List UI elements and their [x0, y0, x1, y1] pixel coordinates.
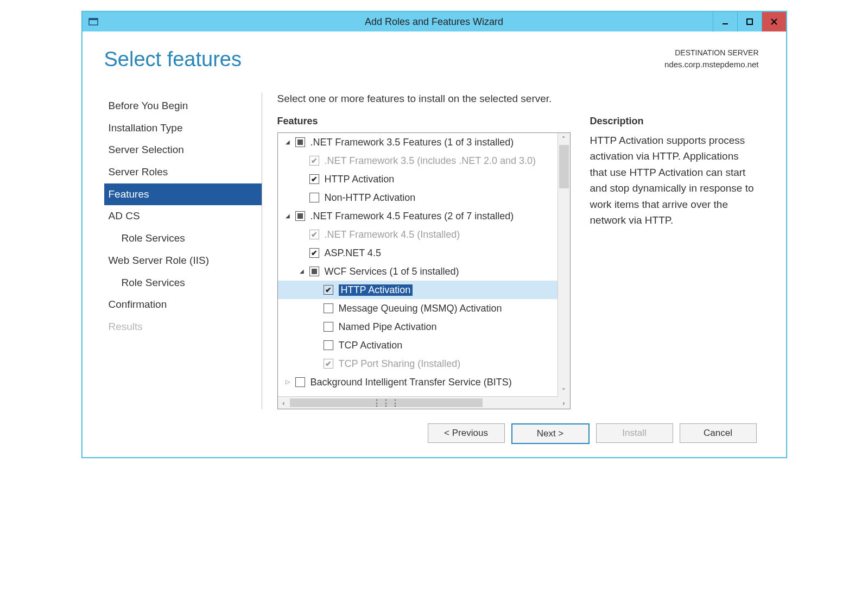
feature-checkbox: [324, 359, 333, 369]
feature-label[interactable]: Non-HTTP Activation: [325, 192, 416, 204]
feature-checkbox[interactable]: [295, 377, 305, 387]
vscroll-track[interactable]: [558, 145, 570, 385]
sidebar-item-confirmation[interactable]: Confirmation: [104, 294, 262, 316]
sidebar-item-server-selection[interactable]: Server Selection: [104, 139, 262, 161]
feature-label[interactable]: .NET Framework 3.5 Features (1 of 3 inst…: [311, 137, 514, 148]
titlebar: Add Roles and Features Wizard: [83, 12, 786, 31]
minimize-button[interactable]: [713, 12, 737, 31]
previous-button[interactable]: < Previous: [428, 423, 505, 443]
feature-checkbox[interactable]: [295, 211, 305, 221]
content: Select features DESTINATION SERVER ndes.…: [83, 31, 786, 457]
scroll-right-icon[interactable]: ›: [558, 397, 570, 409]
expander-icon[interactable]: [297, 267, 306, 275]
next-button[interactable]: Next >: [511, 423, 590, 444]
hscroll-thumb[interactable]: ⋮⋮⋮: [290, 398, 483, 407]
feature-row[interactable]: .NET Framework 3.5 (includes .NET 2.0 an…: [278, 151, 570, 170]
feature-label[interactable]: ASP.NET 4.5: [325, 248, 381, 259]
feature-label[interactable]: Named Pipe Activation: [339, 321, 437, 333]
feature-checkbox[interactable]: [324, 340, 333, 350]
columns: Features .NET Framework 3.5 Features (1 …: [277, 116, 759, 409]
description-text: HTTP Activation supports process activat…: [590, 132, 759, 229]
sidebar-item-role-services[interactable]: Role Services: [104, 227, 262, 250]
scroll-down-icon[interactable]: ˅: [558, 385, 570, 397]
destination-server-name: ndes.corp.mstepdemo.net: [664, 59, 758, 70]
feature-checkbox[interactable]: [324, 322, 333, 332]
feature-row[interactable]: ASP.NET 4.5: [278, 244, 570, 262]
sidebar-item-web-server-role-iis-[interactable]: Web Server Role (IIS): [104, 250, 262, 272]
feature-row[interactable]: HTTP Activation: [278, 170, 570, 188]
feature-row[interactable]: WCF Services (1 of 5 installed): [278, 262, 570, 281]
intro-text: Select one or more features to install o…: [277, 93, 759, 105]
feature-label[interactable]: .NET Framework 4.5 Features (2 of 7 inst…: [311, 211, 514, 222]
expander-icon[interactable]: [283, 138, 292, 145]
feature-row[interactable]: .NET Framework 3.5 Features (1 of 3 inst…: [278, 133, 570, 151]
body: Before You BeginInstallation TypeServer …: [104, 93, 759, 409]
feature-checkbox: [309, 230, 319, 239]
scroll-up-icon[interactable]: ˄: [558, 133, 570, 145]
expander-icon[interactable]: [283, 378, 292, 385]
feature-row[interactable]: .NET Framework 4.5 (Installed): [278, 225, 570, 244]
feature-label[interactable]: .NET Framework 4.5 (Installed): [325, 229, 460, 240]
feature-row[interactable]: Non-HTTP Activation: [278, 188, 570, 207]
sidebar-item-ad-cs[interactable]: AD CS: [104, 205, 262, 227]
feature-label[interactable]: Background Intelligent Transfer Service …: [311, 377, 512, 388]
app-icon: [86, 14, 101, 29]
hscroll-track[interactable]: ⋮⋮⋮: [290, 397, 558, 409]
feature-checkbox[interactable]: [324, 303, 333, 313]
header: Select features DESTINATION SERVER ndes.…: [104, 48, 759, 71]
cancel-button[interactable]: Cancel: [680, 423, 757, 443]
feature-row[interactable]: Named Pipe Activation: [278, 318, 570, 336]
feature-row[interactable]: Message Queuing (MSMQ) Activation: [278, 299, 570, 318]
feature-checkbox: [309, 156, 319, 166]
sidebar-item-server-roles[interactable]: Server Roles: [104, 161, 262, 183]
feature-checkbox[interactable]: [309, 267, 319, 276]
install-button[interactable]: Install: [596, 423, 673, 443]
feature-label[interactable]: HTTP Activation: [339, 284, 413, 296]
wizard-sidebar: Before You BeginInstallation TypeServer …: [104, 93, 262, 409]
svg-rect-3: [747, 19, 752, 24]
destination-server-label: DESTINATION SERVER: [664, 48, 758, 59]
window-title: Add Roles and Features Wizard: [83, 16, 786, 28]
expander-icon[interactable]: [283, 212, 292, 219]
sidebar-item-role-services[interactable]: Role Services: [104, 272, 262, 294]
description-column: Description HTTP Activation supports pro…: [590, 116, 759, 409]
wizard-window: Add Roles and Features Wizard Select fea…: [81, 11, 787, 458]
feature-label[interactable]: TCP Port Sharing (Installed): [339, 358, 461, 370]
feature-row[interactable]: Background Intelligent Transfer Service …: [278, 373, 570, 391]
features-column: Features .NET Framework 3.5 Features (1 …: [277, 116, 571, 409]
sidebar-item-before-you-begin[interactable]: Before You Begin: [104, 95, 262, 117]
description-heading: Description: [590, 116, 759, 127]
wizard-buttons: < Previous Next > Install Cancel: [104, 409, 759, 449]
maximize-button[interactable]: [737, 12, 762, 31]
features-heading: Features: [277, 116, 571, 127]
feature-label[interactable]: WCF Services (1 of 5 installed): [325, 266, 459, 277]
feature-label[interactable]: HTTP Activation: [325, 174, 395, 185]
svg-rect-1: [89, 18, 98, 20]
window-buttons: [713, 12, 786, 31]
feature-checkbox[interactable]: [295, 137, 305, 147]
sidebar-item-features[interactable]: Features: [104, 183, 262, 206]
feature-checkbox[interactable]: [309, 193, 319, 202]
feature-row[interactable]: HTTP Activation: [278, 281, 570, 299]
feature-row[interactable]: .NET Framework 4.5 Features (2 of 7 inst…: [278, 207, 570, 225]
feature-label[interactable]: .NET Framework 3.5 (includes .NET 2.0 an…: [325, 155, 536, 167]
page-title: Select features: [104, 48, 242, 71]
feature-row[interactable]: TCP Port Sharing (Installed): [278, 354, 570, 373]
horizontal-scrollbar[interactable]: ‹ ⋮⋮⋮ ›: [278, 396, 570, 409]
vertical-scrollbar[interactable]: ˄ ˅: [557, 133, 570, 397]
sidebar-item-results: Results: [104, 316, 262, 338]
close-button[interactable]: [762, 12, 786, 31]
feature-label[interactable]: TCP Activation: [339, 340, 403, 351]
feature-row[interactable]: TCP Activation: [278, 336, 570, 354]
destination-server: DESTINATION SERVER ndes.corp.mstepdemo.n…: [664, 48, 758, 70]
feature-checkbox[interactable]: [309, 248, 319, 258]
feature-checkbox[interactable]: [324, 285, 333, 295]
sidebar-item-installation-type[interactable]: Installation Type: [104, 117, 262, 140]
scroll-left-icon[interactable]: ‹: [278, 397, 290, 409]
feature-label[interactable]: Message Queuing (MSMQ) Activation: [339, 303, 502, 314]
svg-rect-2: [723, 23, 728, 24]
main-panel: Select one or more features to install o…: [262, 93, 759, 409]
feature-checkbox[interactable]: [309, 174, 319, 184]
features-tree-body[interactable]: .NET Framework 3.5 Features (1 of 3 inst…: [278, 133, 570, 396]
vscroll-thumb[interactable]: [559, 145, 569, 188]
